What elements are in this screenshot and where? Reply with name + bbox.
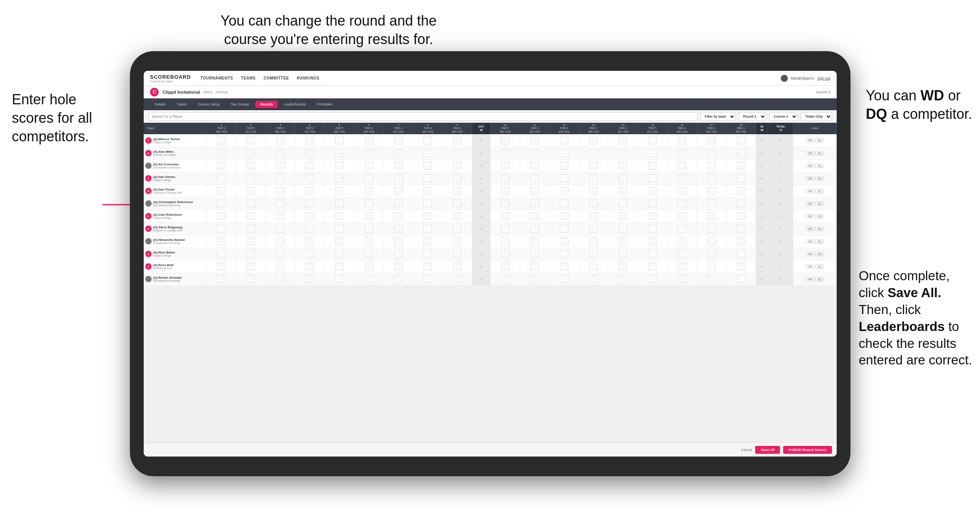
hole-score-input[interactable] — [501, 237, 509, 245]
hole-score-input[interactable] — [678, 162, 686, 170]
cancel-tournament-button[interactable]: Cancel X — [816, 90, 830, 94]
hole-score-input[interactable] — [560, 263, 569, 270]
hole-score-input[interactable] — [560, 137, 569, 144]
hole-score-input[interactable] — [619, 137, 627, 144]
hole-score-input[interactable] — [648, 263, 657, 270]
hole-score-input[interactable] — [648, 250, 657, 258]
hole-score-input[interactable] — [365, 187, 373, 195]
hole-score-input[interactable] — [737, 212, 745, 220]
hole-score-input[interactable] — [737, 200, 745, 207]
hole-score-input[interactable] — [678, 187, 686, 195]
hole-score-input[interactable] — [707, 237, 716, 245]
tab-leaderboards[interactable]: Leaderboards — [279, 101, 311, 108]
hole-score-input[interactable] — [453, 275, 461, 283]
hole-score-input[interactable] — [365, 212, 373, 220]
hole-score-input[interactable] — [678, 212, 686, 220]
hole-score-input[interactable] — [619, 212, 627, 220]
hole-score-input[interactable] — [276, 187, 285, 195]
hole-score-input[interactable] — [678, 225, 686, 233]
hole-score-input[interactable] — [737, 174, 745, 182]
hole-score-input[interactable] — [648, 137, 657, 144]
hole-score-input[interactable] — [335, 174, 344, 182]
hole-score-input[interactable] — [394, 275, 403, 283]
hole-score-input[interactable] — [737, 250, 745, 258]
dq-button[interactable]: DQ — [815, 239, 824, 244]
hole-score-input[interactable] — [530, 263, 539, 270]
hole-score-input[interactable] — [560, 225, 569, 233]
hole-score-input[interactable] — [530, 237, 539, 245]
hole-score-input[interactable] — [737, 149, 745, 157]
dq-button[interactable]: DQ — [815, 264, 824, 269]
hole-score-input[interactable] — [560, 162, 569, 170]
hole-score-input[interactable] — [453, 225, 461, 233]
hole-score-input[interactable] — [707, 162, 716, 170]
hole-score-input[interactable] — [306, 250, 314, 258]
wd-button[interactable]: WD — [806, 252, 815, 256]
hole-score-input[interactable] — [737, 263, 745, 270]
hole-score-input[interactable] — [648, 149, 657, 157]
hole-score-input[interactable] — [678, 237, 686, 245]
hole-score-input[interactable] — [560, 250, 569, 258]
hole-score-input[interactable] — [335, 162, 344, 170]
dq-button[interactable]: DQ — [815, 138, 824, 142]
hole-score-input[interactable] — [276, 275, 285, 283]
hole-score-input[interactable] — [246, 200, 255, 207]
hole-score-input[interactable] — [589, 174, 598, 182]
hole-score-input[interactable] — [589, 200, 598, 207]
hole-score-input[interactable] — [365, 137, 373, 144]
hole-score-input[interactable] — [589, 137, 598, 144]
hole-score-input[interactable] — [619, 162, 627, 170]
wd-button[interactable]: WD — [806, 214, 815, 218]
hole-score-input[interactable] — [707, 212, 716, 220]
wd-button[interactable]: WD — [806, 138, 815, 142]
hole-score-input[interactable] — [560, 212, 569, 220]
hole-score-input[interactable] — [501, 137, 509, 144]
hole-score-input[interactable] — [306, 137, 314, 144]
publish-button[interactable]: Publish Round Scores — [783, 446, 832, 454]
hole-score-input[interactable] — [648, 275, 657, 283]
hole-score-input[interactable] — [217, 225, 226, 233]
hole-score-input[interactable] — [335, 225, 344, 233]
hole-score-input[interactable] — [589, 225, 598, 233]
wd-button[interactable]: WD — [806, 176, 815, 181]
hole-score-input[interactable] — [246, 187, 255, 195]
hole-score-input[interactable] — [423, 200, 432, 207]
hole-score-input[interactable] — [737, 187, 745, 195]
wd-button[interactable]: WD — [806, 189, 815, 193]
wd-button[interactable]: WD — [806, 151, 815, 155]
hole-score-input[interactable] — [530, 212, 539, 220]
hole-score-input[interactable] — [306, 275, 314, 283]
hole-score-input[interactable] — [619, 200, 627, 207]
hole-score-input[interactable] — [365, 237, 373, 245]
hole-score-input[interactable] — [530, 250, 539, 258]
hole-score-input[interactable] — [501, 149, 509, 157]
hole-score-input[interactable] — [306, 187, 314, 195]
hole-score-input[interactable] — [276, 162, 285, 170]
hole-score-input[interactable] — [246, 250, 255, 258]
hole-score-input[interactable] — [648, 212, 657, 220]
hole-score-input[interactable] — [619, 263, 627, 270]
hole-score-input[interactable] — [423, 149, 432, 157]
hole-score-input[interactable] — [707, 137, 716, 144]
hole-score-input[interactable] — [648, 162, 657, 170]
hole-score-input[interactable] — [217, 200, 226, 207]
hole-score-input[interactable] — [678, 137, 686, 144]
hole-score-input[interactable] — [335, 250, 344, 258]
hole-score-input[interactable] — [423, 250, 432, 258]
hole-score-input[interactable] — [335, 137, 344, 144]
hole-score-input[interactable] — [306, 225, 314, 233]
filter-team-select[interactable]: Filter by team — [700, 112, 735, 121]
hole-score-input[interactable] — [217, 275, 226, 283]
hole-score-input[interactable] — [246, 237, 255, 245]
hole-score-input[interactable] — [501, 162, 509, 170]
hole-score-input[interactable] — [276, 225, 285, 233]
hole-score-input[interactable] — [678, 250, 686, 258]
hole-score-input[interactable] — [306, 149, 314, 157]
hole-score-input[interactable] — [423, 212, 432, 220]
hole-score-input[interactable] — [530, 149, 539, 157]
hole-score-input[interactable] — [335, 263, 344, 270]
wd-button[interactable]: WD — [806, 164, 815, 168]
round-select[interactable]: Round 1 — [739, 112, 766, 121]
hole-score-input[interactable] — [707, 174, 716, 182]
wd-button[interactable]: WD — [806, 277, 815, 281]
